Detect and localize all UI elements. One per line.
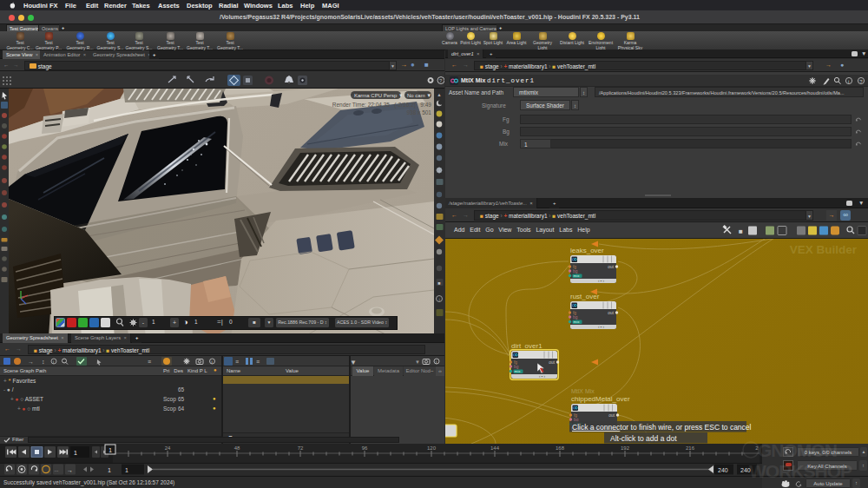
svg-text:i: i — [53, 359, 54, 365]
svg-text:≡: ≡ — [256, 359, 260, 365]
svg-text:dirt_over1: dirt_over1 — [511, 342, 542, 350]
svg-text:240: 240 — [740, 467, 751, 473]
svg-text:Alt-click to add a dot: Alt-click to add a dot — [610, 434, 677, 443]
svg-text:▼: ▼ — [350, 359, 357, 366]
svg-text:48: 48 — [234, 445, 240, 451]
svg-text:i: i — [436, 359, 437, 365]
svg-text:≡: ≡ — [148, 359, 151, 365]
svg-text:▲: ▲ — [437, 92, 441, 97]
svg-text:192: 192 — [621, 445, 630, 451]
svg-text:i: i — [212, 359, 213, 365]
svg-text:i: i — [438, 297, 439, 302]
svg-text:VEX Builder: VEX Builder — [790, 243, 858, 256]
svg-text:■: ■ — [739, 228, 743, 235]
svg-text:No cam ▼: No cam ▼ — [407, 93, 431, 98]
svg-text:↕: ↕ — [42, 359, 45, 365]
svg-text:Karma CPU Persp ▼: Karma CPU Persp ▼ — [354, 93, 404, 98]
svg-text:leaks_over: leaks_over — [570, 247, 604, 254]
svg-text:...: ... — [55, 467, 59, 472]
svg-text:?: ? — [439, 78, 443, 83]
svg-text:1: 1 — [108, 467, 111, 473]
svg-text:?: ? — [859, 79, 863, 84]
svg-text:938 x 501: 938 x 501 — [406, 109, 431, 115]
svg-text:rust_over: rust_over — [570, 293, 600, 300]
svg-text:96: 96 — [362, 445, 368, 451]
svg-text:▼: ▼ — [415, 359, 420, 365]
svg-text:Click a connector to finish wi: Click a connector to finish wire, or pre… — [572, 423, 752, 432]
svg-text:120: 120 — [427, 445, 437, 451]
svg-text:chippedMetal_over: chippedMetal_over — [571, 395, 630, 403]
svg-text:168: 168 — [556, 445, 565, 451]
svg-text:i: i — [848, 79, 849, 84]
svg-text:→: → — [28, 359, 34, 365]
svg-text:→: → — [67, 467, 73, 473]
svg-text:72: 72 — [298, 445, 304, 451]
svg-text:Render Time: 22:04.35 (-2/16: Render Time: 22:04.35 (-2/16.2) 9:49 — [332, 102, 432, 109]
svg-text:MtlX Mix: MtlX Mix — [571, 388, 595, 394]
svg-text:1: 1 — [108, 447, 112, 453]
svg-text:144: 144 — [490, 445, 500, 451]
svg-text:≡: ≡ — [235, 359, 239, 365]
svg-text:216: 216 — [686, 445, 695, 451]
svg-text:■: ■ — [437, 280, 440, 286]
svg-text:1: 1 — [125, 467, 128, 473]
svg-text:240: 240 — [718, 467, 728, 473]
svg-text:24: 24 — [165, 445, 171, 451]
